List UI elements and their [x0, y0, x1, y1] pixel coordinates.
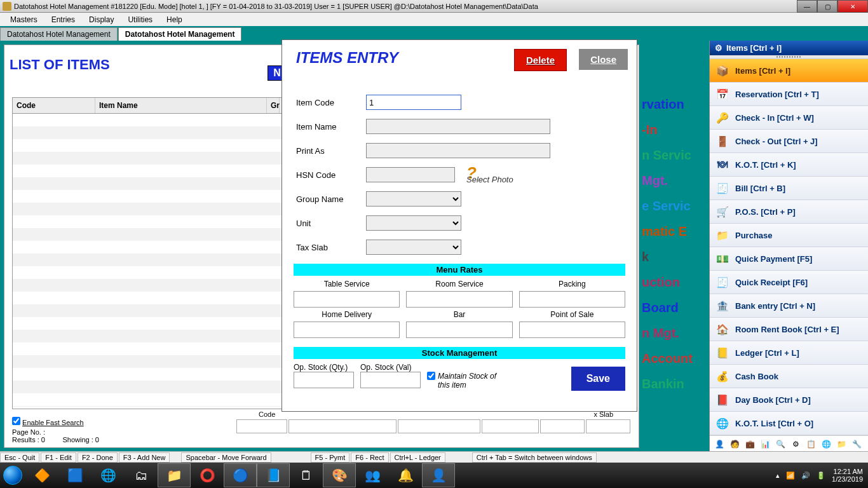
pos-label: Point of Sale [519, 310, 625, 319]
system-tray[interactable]: ▴ 📶 🔊 🔋 12:21 AM 1/23/2019 [776, 468, 868, 483]
sidebar-item[interactable]: 🍽K.O.T. [Ctrl + K] [710, 153, 868, 177]
taskbar-vlc-icon[interactable]: 🔶 [25, 463, 58, 487]
sidebar-item[interactable]: 📅Reservation [Ctrl + T] [710, 83, 868, 106]
hsn-input[interactable] [366, 167, 455, 182]
menu-entries[interactable]: Entries [46, 14, 80, 25]
tray-volume-icon[interactable]: 🔊 [801, 471, 810, 480]
taskbar-paint-icon[interactable]: 🎨 [323, 463, 356, 487]
sidebar-item[interactable]: 📁Purchase [710, 224, 868, 247]
op-stock-val-input[interactable] [360, 372, 421, 388]
item-code-input[interactable] [366, 95, 461, 110]
footer-icon[interactable]: 💼 [744, 438, 756, 450]
taskbar-bell-icon[interactable]: 🔔 [389, 463, 422, 487]
bar-input[interactable] [406, 322, 512, 338]
sidebar-item[interactable]: 📒Ledger [Ctrl + L] [710, 341, 868, 365]
tray-clock[interactable]: 12:21 AM 1/23/2019 [832, 468, 863, 483]
taskbar-word-icon[interactable]: 📘 [257, 463, 290, 487]
pos-input[interactable] [519, 322, 625, 338]
col-item-name[interactable]: Item Name [95, 98, 267, 113]
footer-icon[interactable]: 📋 [805, 438, 817, 450]
bg-word: rvation [642, 92, 705, 117]
sidebar-item[interactable]: 🧾Bill [Ctrl + B] [710, 177, 868, 200]
tray-up-icon[interactable]: ▴ [776, 471, 780, 480]
taskbar-app-icon[interactable]: 🗂 [125, 463, 158, 487]
tray-battery-icon[interactable]: 🔋 [817, 471, 825, 480]
footer-icon[interactable]: 🔧 [851, 438, 862, 450]
delete-button[interactable]: Delete [514, 49, 567, 71]
item-name-input[interactable] [366, 119, 550, 134]
sidebar-item[interactable]: 🌐K.O.T. List [Ctrl + O] [710, 412, 868, 435]
sidebar-item-icon: 🍽 [716, 158, 729, 171]
sidebar-item[interactable]: 🛒P.O.S. [Ctrl + P] [710, 200, 868, 224]
enable-fast-search-checkbox[interactable] [12, 417, 20, 425]
room-service-input[interactable] [406, 291, 512, 308]
tray-time: 12:21 AM [832, 468, 863, 475]
sidebar-item[interactable]: 🏠Room Rent Book [Ctrl + E] [710, 318, 868, 341]
maintain-stock-checkbox[interactable] [427, 372, 435, 380]
sidebar-item[interactable]: 📦Items [Ctrl + I] [710, 59, 868, 83]
taskbar-chrome-icon[interactable]: 🔵 [224, 463, 257, 487]
col-code[interactable]: Code [13, 98, 95, 113]
tray-wifi-icon[interactable]: 📶 [786, 471, 795, 480]
sidebar-item[interactable]: 📕Day Book [Ctrl + D] [710, 388, 868, 412]
footer-icon[interactable]: 👤 [714, 438, 725, 450]
tax-slab-select[interactable] [366, 240, 461, 255]
footer-icon[interactable]: 📊 [759, 438, 771, 450]
sidebar-item-label: Bank entry [Ctrl + N] [735, 301, 815, 311]
footer-icon[interactable]: 🔍 [775, 438, 786, 450]
minimize-button[interactable]: — [797, 0, 817, 13]
sidebar-item-icon: 🧾 [716, 276, 729, 288]
sidebar-item-label: Reservation [Ctrl + T] [735, 90, 819, 99]
home-delivery-input[interactable] [294, 322, 400, 338]
menu-utilities[interactable]: Utilities [123, 14, 158, 25]
sidebar-item[interactable]: 💵Quick Payment [F5] [710, 247, 868, 271]
sidebar-item[interactable]: 🏦Bank entry [Ctrl + N] [710, 294, 868, 318]
footer-icon[interactable]: 🌐 [820, 438, 832, 450]
op-stock-qty-input[interactable] [294, 372, 354, 388]
taskbar-opera-icon[interactable]: ⭕ [191, 463, 224, 487]
select-photo-label[interactable]: Select Photo [466, 175, 513, 184]
menu-masters[interactable]: Masters [5, 14, 43, 25]
sidebar-item[interactable]: 💰Cash Book [710, 365, 868, 388]
footer-icon[interactable]: 📁 [836, 438, 847, 450]
sidebar-item[interactable]: 🔑Check - In [Ctrl + W] [710, 106, 868, 130]
table-service-input[interactable] [294, 291, 400, 308]
print-as-input[interactable] [366, 143, 550, 158]
bg-word: Account [642, 346, 705, 371]
tab-2[interactable]: Datotahost Hotel Management [118, 27, 242, 41]
dialog-close-button[interactable]: Close [579, 49, 628, 70]
taskbar-notes-icon[interactable]: 🗒 [290, 463, 323, 487]
sidebar-item[interactable]: 🚪Check - Out [Ctrl + J] [710, 130, 868, 153]
menu-display[interactable]: Display [84, 14, 119, 25]
save-button[interactable]: Save [571, 367, 625, 391]
footer-icon[interactable]: ⚙ [790, 438, 801, 450]
window-close-button[interactable]: ✕ [837, 0, 868, 13]
taskbar-hotel-app-icon[interactable]: 👤 [422, 463, 455, 487]
maximize-button[interactable]: ▢ [817, 0, 837, 13]
menu-rates-header: Menu Rates [294, 264, 625, 276]
sidebar-item-label: Check - Out [Ctrl + J] [735, 137, 818, 146]
side-panel-drag-handle[interactable] [710, 55, 868, 59]
bg-word: Bankin [642, 371, 705, 396]
tab-1[interactable]: Datotahost Hotel Management [0, 27, 118, 41]
table-service-label: Table Service [294, 280, 400, 288]
col-group[interactable]: Gr [267, 98, 280, 113]
sidebar-item-icon: 🛒 [716, 205, 729, 218]
sidebar-item-icon: 📦 [716, 64, 729, 77]
taskbar-ie-icon[interactable]: 🌐 [92, 463, 125, 487]
taskbar-explorer-icon[interactable]: 📁 [158, 463, 191, 487]
group-name-select[interactable] [366, 191, 461, 207]
sidebar-item-label: K.O.T. [Ctrl + K] [735, 160, 796, 170]
taskbar-users-icon[interactable]: 👥 [356, 463, 389, 487]
bg-word: k [642, 244, 705, 269]
menu-help[interactable]: Help [161, 14, 187, 25]
footer-icon[interactable]: 🧑 [729, 438, 740, 450]
taskbar-app-icon[interactable]: 🟦 [58, 463, 92, 487]
sidebar-item-label: P.O.S. [Ctrl + P] [735, 207, 796, 217]
packing-input[interactable] [519, 291, 625, 308]
start-button[interactable] [0, 463, 25, 488]
sidebar-item[interactable]: 🧾Quick Receipt [F6] [710, 271, 868, 294]
room-service-label: Room Service [406, 280, 512, 288]
sidebar-item-label: Purchase [735, 231, 773, 240]
unit-select[interactable] [366, 215, 461, 231]
